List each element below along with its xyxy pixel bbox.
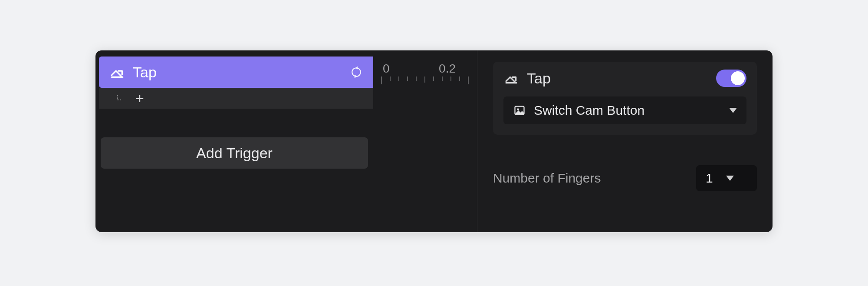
timeline-column: 0 0.2 <box>373 50 477 232</box>
inspector-title: Tap <box>527 70 551 87</box>
target-select[interactable]: Switch Cam Button <box>503 96 746 124</box>
trigger-label: Tap <box>133 64 157 81</box>
inspector-header: Tap <box>503 70 746 87</box>
image-icon <box>513 104 526 117</box>
add-trigger-label: Add Trigger <box>196 145 273 162</box>
ruler-tick-label: 0 <box>383 62 390 76</box>
ruler-labels: 0 0.2 <box>373 62 460 76</box>
plus-icon: + <box>135 91 144 106</box>
child-indent-icon <box>114 92 126 104</box>
trigger-panel: Tap + Add Trigger 0 0 <box>95 50 773 232</box>
ruler-tick-label: 0.2 <box>439 62 456 76</box>
fingers-value: 1 <box>706 171 713 186</box>
fingers-label: Number of Fingers <box>493 171 601 186</box>
inspector-column: Tap Switch Cam Button <box>477 50 773 232</box>
trigger-child-row[interactable]: + <box>99 88 373 109</box>
svg-point-0 <box>352 68 361 76</box>
add-trigger-button[interactable]: Add Trigger <box>101 137 368 169</box>
tap-gesture-icon <box>503 70 519 86</box>
trigger-list-column: Tap + Add Trigger <box>95 50 373 232</box>
inspector-card: Tap Switch Cam Button <box>493 62 757 135</box>
svg-point-2 <box>517 108 519 110</box>
enabled-toggle[interactable] <box>716 70 746 87</box>
ruler-ticks[interactable] <box>381 76 468 87</box>
loop-icon[interactable] <box>350 66 363 79</box>
tap-gesture-icon <box>109 64 125 80</box>
fingers-select[interactable]: 1 <box>696 165 757 191</box>
trigger-row-tap[interactable]: Tap <box>99 57 373 88</box>
chevron-down-icon <box>729 108 737 113</box>
target-label: Switch Cam Button <box>534 103 644 118</box>
fingers-row: Number of Fingers 1 <box>493 165 757 191</box>
chevron-down-icon <box>726 176 734 181</box>
